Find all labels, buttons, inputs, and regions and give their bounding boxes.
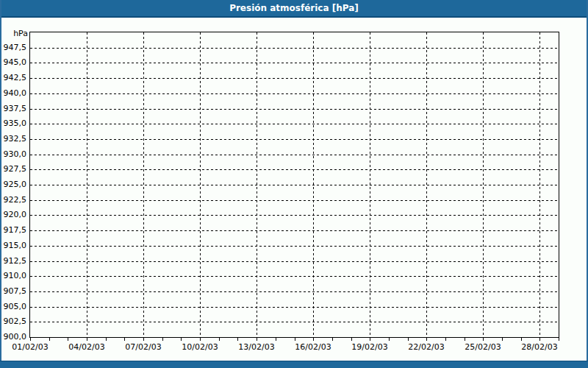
x-minor-tick [68,338,68,341]
x-minor-tick [502,338,503,341]
y-tick-label: 910,0 [0,272,26,280]
y-tick-label: 940,0 [0,89,26,98]
y-grid-line [30,93,559,94]
x-minor-tick [559,338,559,341]
y-grid-line [30,169,559,170]
y-tick-label: 902,5 [0,317,26,326]
chart-title-bar: Presión atmosférica [hPa] [0,0,588,18]
x-minor-tick [257,338,257,341]
y-tick-label: 907,5 [0,287,26,296]
x-grid-line [370,32,370,337]
x-tick-label: 01/02/03 [1,343,60,352]
x-minor-tick [200,338,201,341]
y-grid-line [30,307,559,308]
y-grid-line [30,291,559,292]
y-tick-label: 930,0 [0,150,26,159]
x-minor-tick [295,338,295,341]
y-grid-line [30,63,559,63]
y-tick-label: 912,5 [0,257,26,266]
chart-window: Presión atmosférica [hPa] hPa 947,5945,0… [0,0,588,368]
x-grid-line [200,32,201,337]
x-minor-tick [143,338,144,341]
x-tick-label: 10/02/03 [171,343,229,352]
y-grid-line [30,322,559,322]
y-tick-label: 915,0 [0,241,26,250]
y-grid-line [30,215,559,216]
x-minor-tick [49,338,50,341]
y-tick-label: 932,5 [0,135,26,144]
y-tick-label: 922,5 [0,196,26,205]
x-tick-label: 22/02/03 [397,343,456,352]
x-grid-line [143,32,144,337]
x-grid-line [539,32,540,337]
y-tick-label: 927,5 [0,165,26,174]
x-minor-tick [162,338,163,341]
x-minor-tick [389,338,390,341]
y-grid-line [30,276,559,277]
x-minor-tick [465,338,465,341]
y-tick-label: 900,0 [0,333,26,342]
y-tick-label: 947,5 [0,43,26,52]
x-minor-tick [30,338,31,341]
y-grid-line [30,124,559,124]
x-minor-tick [87,338,87,341]
chart-title: Presión atmosférica [hPa] [229,3,359,13]
x-grid-line [257,32,257,337]
x-minor-tick [237,338,238,341]
y-grid-line [30,155,559,155]
y-tick-label: 935,0 [0,119,26,128]
x-tick-label: 04/02/03 [57,343,116,352]
x-minor-tick [351,338,352,341]
x-minor-tick [426,338,427,341]
x-minor-tick [445,338,446,341]
y-tick-label: 945,0 [0,58,26,67]
y-grid-line [30,185,559,185]
x-minor-tick [181,338,182,341]
x-grid-line [483,32,484,337]
x-minor-tick [124,338,125,341]
y-tick-label: 937,5 [0,105,26,113]
x-grid-line [313,32,314,337]
x-grid-line [426,32,427,337]
y-grid-line [30,261,559,262]
y-grid-line [30,109,559,110]
x-minor-tick [521,338,522,341]
x-tick-label: 07/02/03 [114,343,173,352]
bottom-status-bar [0,361,588,368]
x-minor-tick [219,338,220,341]
y-grid-line [30,78,559,79]
x-tick-label: 25/02/03 [453,343,512,352]
y-tick-label: 942,5 [0,74,26,82]
x-tick-label: 19/02/03 [340,343,399,352]
x-minor-tick [408,338,409,341]
y-grid-line [30,48,559,49]
plot-area [29,32,559,338]
y-axis-unit-label: hPa [0,29,28,38]
y-grid-line [30,246,559,247]
y-grid-line [30,139,559,140]
x-minor-tick [332,338,333,341]
x-tick-label: 13/02/03 [227,343,286,352]
x-minor-tick [313,338,314,341]
y-tick-label: 920,0 [0,210,26,219]
x-tick-label: 16/02/03 [284,343,343,352]
y-tick-label: 905,0 [0,302,26,311]
x-minor-tick [483,338,484,341]
y-tick-label: 925,0 [0,180,26,189]
x-minor-tick [539,338,540,341]
x-minor-tick [370,338,370,341]
x-grid-line [87,32,87,337]
y-tick-label: 917,5 [0,226,26,235]
x-minor-tick [106,338,107,341]
x-tick-label: 28/02/03 [510,343,569,352]
y-grid-line [30,230,559,231]
x-minor-tick [276,338,276,341]
y-grid-line [30,200,559,201]
